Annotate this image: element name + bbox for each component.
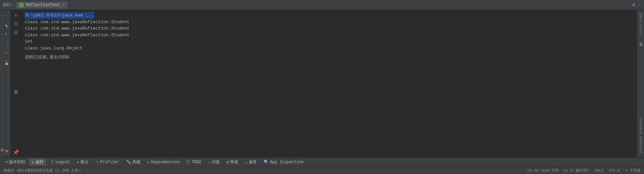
profiler-label: Profiler [100, 160, 119, 165]
align-icon[interactable]: ☰ [12, 20, 20, 28]
problems-icon: ⚠ [208, 160, 210, 165]
terminal-label: 终端 [230, 159, 238, 165]
build-label: 构建 [132, 159, 141, 165]
run-label: 运行: [3, 2, 13, 8]
problems-label: 问题 [212, 159, 220, 165]
console-line-5: class java.lang.Object [25, 45, 633, 52]
tab-version-control[interactable]: ⊞ 版本控制 [3, 159, 28, 166]
console-line-4: int [25, 38, 633, 45]
question-bank-tab[interactable]: 题库 [638, 38, 644, 42]
todo-label: TODO [192, 160, 201, 165]
tab-close-icon[interactable]: × [62, 3, 64, 7]
dependencies-icon: ◈ [147, 160, 150, 165]
services-icon: ☁ [245, 160, 247, 165]
title-bar-actions: ⚙ — [632, 2, 641, 8]
main-area: ▶ 🔧 ■ ⬛ ⚙ 📥 📌 ⬇ ☰ ☰ 🗑 📌 D:\jdk1.8\bin\ja… [0, 10, 644, 157]
tab-name: ReflectionTest [26, 3, 60, 7]
status-bar: 构建在 4秒11毫秒内成功完成 (1 分钟 之前) 20:30 (646 字符,… [0, 167, 644, 174]
right-panel-tabs: Data Tools 题库 Android Emulator [637, 10, 644, 157]
terminal-icon: ▣ [226, 160, 229, 165]
app-inspection-label: App Inspection [270, 160, 304, 165]
trash-icon[interactable]: 🗑 [12, 89, 20, 96]
pin2-icon[interactable]: 📌 [12, 148, 20, 156]
breakpoints-icon: ◈ [77, 160, 79, 165]
tab-run[interactable]: ▶ 运行 [29, 159, 46, 166]
indent[interactable]: 4 个空格 [625, 168, 641, 173]
logcat-label: Logcat [55, 160, 70, 165]
minimize-icon[interactable]: — [639, 2, 641, 8]
build-icon: 🔧 [126, 160, 131, 165]
run-tab-label: 运行 [36, 159, 44, 165]
tab-services[interactable]: ☁ 服务 [242, 159, 259, 166]
console-output: D:\jdk1.8\bin\java.exe ... class com.std… [21, 10, 637, 157]
logcat-icon: ☰ [50, 160, 54, 165]
dependencies-label: Dependencies [151, 160, 180, 165]
run-tab-icon: ▶ [32, 160, 34, 165]
tab-logcat[interactable]: ☰ Logcat [48, 159, 72, 165]
tab-problems[interactable]: ⚠ 问题 [205, 159, 222, 166]
console-line-exit: 进程已结束,退出代码0 [25, 54, 633, 61]
tab-breakpoints[interactable]: ◈ 断点 [74, 159, 91, 166]
app-inspection-icon: 🔍 [264, 160, 269, 165]
cursor-position: 20:30 (646 字符, 23 行 换行符) [527, 168, 589, 173]
console-line-2: class com.std.www.javaReflection.Student [25, 25, 633, 32]
build-message: 构建在 4秒11毫秒内成功完成 (1 分钟 之前) [3, 168, 81, 173]
title-bar: 运行: ReflectionTest × ⚙ — [0, 0, 644, 10]
structure-tab[interactable]: 结构 [0, 151, 6, 157]
version-control-icon: ⊞ [5, 160, 8, 165]
align2-icon[interactable]: ☰ [12, 29, 20, 36]
console-line-path: D:\jdk1.8\bin\java.exe ... [25, 12, 94, 19]
line-ending[interactable]: CRLF [594, 169, 603, 173]
data-tools-tab[interactable]: Data Tools [638, 11, 643, 37]
status-bar-right: 20:30 (646 字符, 23 行 换行符) CRLF UTF-8 4 个空… [527, 168, 641, 173]
todo-icon: ☰ [186, 160, 190, 165]
breakpoints-label: 断点 [80, 159, 89, 165]
tab-terminal[interactable]: ▣ 终端 [224, 159, 241, 166]
services-label: 服务 [249, 159, 257, 165]
settings-icon[interactable]: ⚙ [632, 2, 635, 8]
tab-todo[interactable]: ☰ TODO [184, 159, 204, 165]
tab-file-icon [19, 3, 24, 7]
secondary-toolbar: ⬇ ☰ ☰ 🗑 📌 [11, 10, 21, 157]
left-vertical-panel: 结构 [0, 10, 5, 157]
version-control-label: 版本控制 [9, 159, 25, 165]
bottom-toolbar: ⊞ 版本控制 ▶ 运行 ☰ Logcat ◈ 断点 ∿ Profiler 🔧 构… [0, 157, 644, 167]
tab-build[interactable]: 🔧 构建 [123, 159, 143, 166]
encoding[interactable]: UTF-8 [609, 169, 620, 173]
tab-dependencies[interactable]: ◈ Dependencies [145, 159, 183, 165]
android-emulator-tab[interactable]: Android Emulator [638, 117, 643, 156]
tab-reflection-test[interactable]: ReflectionTest × [16, 2, 67, 8]
tab-profiler[interactable]: ∿ Profiler [93, 159, 122, 165]
console-line-1: class com.std.www.javaReflection.Student [25, 19, 633, 26]
scroll-down-icon[interactable]: ⬇ [12, 11, 20, 19]
profiler-icon: ∿ [95, 160, 99, 165]
console-line-3: class com.std.www.javaReflection.Student [25, 32, 633, 39]
tab-app-inspection[interactable]: 🔍 App Inspection [261, 159, 307, 165]
